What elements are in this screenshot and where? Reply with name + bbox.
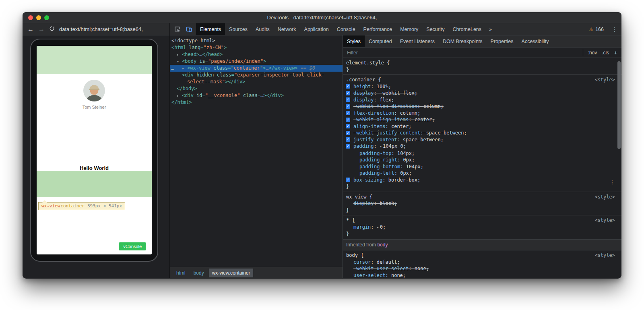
- tab-audits[interactable]: Audits: [252, 23, 274, 35]
- sidebar-tab-computed[interactable]: Computed: [365, 35, 396, 47]
- shorthand-expander-closed-icon[interactable]: ▸: [377, 225, 379, 229]
- property-checkbox[interactable]: ✓: [346, 97, 350, 102]
- zoom-button[interactable]: [44, 15, 49, 20]
- kebab-menu-icon[interactable]: ⋮: [608, 23, 621, 35]
- tab-network[interactable]: Network: [274, 23, 300, 35]
- tab-chromelens[interactable]: ChromeLens: [448, 23, 485, 35]
- forward-icon[interactable]: →: [38, 26, 45, 33]
- property-checkbox[interactable]: ✓: [346, 111, 350, 115]
- property-checkbox[interactable]: ✓: [346, 144, 350, 149]
- warning-badge[interactable]: ⚠ 166: [585, 23, 608, 35]
- css-property[interactable]: margin: ▸0;: [343, 224, 621, 231]
- dom-tree-row[interactable]: <html lang="zh-CN">: [170, 44, 343, 51]
- tab-application[interactable]: Application: [300, 23, 333, 35]
- css-property[interactable]: padding-bottom: 104px;: [343, 163, 621, 170]
- property-checkbox[interactable]: ✓: [346, 124, 350, 128]
- sidebar-tab-event-listeners[interactable]: Event Listeners: [396, 35, 439, 47]
- tab-elements[interactable]: Elements: [196, 23, 225, 35]
- address-bar[interactable]: data:text/html;charset=utf-8;base64,: [59, 26, 165, 32]
- breadcrumb-wx-view-container[interactable]: wx-view.container: [209, 269, 254, 277]
- more-tabs-chevron[interactable]: »: [485, 23, 495, 35]
- dom-tree-row[interactable]: </html>: [170, 99, 343, 106]
- reload-icon[interactable]: [49, 26, 55, 33]
- css-property[interactable]: display: block;: [343, 200, 621, 207]
- property-checkbox[interactable]: ✓: [346, 131, 350, 135]
- css-property[interactable]: ✓padding: ▾104px 0;: [343, 143, 621, 150]
- tab-memory[interactable]: Memory: [396, 23, 422, 35]
- vconsole-button[interactable]: vConsole: [119, 242, 146, 250]
- dom-tree-row[interactable]: select--mask"></div>: [170, 79, 343, 85]
- property-checkbox[interactable]: ✓: [346, 118, 350, 122]
- sidebar-tab-accessibility[interactable]: Accessibility: [518, 35, 553, 47]
- rule-origin-link[interactable]: <style>: [594, 76, 615, 83]
- new-style-rule-button[interactable]: +: [614, 49, 617, 56]
- rule-selector[interactable]: wx-view {<style>: [343, 194, 621, 200]
- css-property[interactable]: ✓align-items: center;: [343, 123, 621, 130]
- shorthand-expander-open-icon[interactable]: ▾: [380, 144, 382, 149]
- inspect-icon[interactable]: [172, 24, 182, 35]
- expander-closed-icon[interactable]: ▸: [177, 51, 182, 58]
- row-actions-ellipsis[interactable]: …: [171, 65, 174, 72]
- css-property[interactable]: ✓box-sizing: border-box;: [343, 177, 621, 184]
- property-checkbox[interactable]: ✓: [346, 91, 350, 95]
- property-checkbox[interactable]: ✓: [346, 137, 350, 142]
- close-button[interactable]: [28, 15, 33, 20]
- inherited-body-link[interactable]: body: [377, 242, 388, 248]
- dom-tree-row[interactable]: ▸<head>…</head>: [170, 51, 343, 58]
- device-toolbar-icon[interactable]: [184, 24, 194, 35]
- css-property[interactable]: -webkit-user-select: none;: [343, 265, 621, 272]
- sidebar-tab-properties[interactable]: Properties: [487, 35, 518, 47]
- css-property[interactable]: ✓-webkit-align-items: center;: [343, 116, 621, 123]
- tab-sources[interactable]: Sources: [225, 23, 252, 35]
- css-property[interactable]: ✓-webkit-flex-direction: column;: [343, 103, 621, 110]
- rule-selector[interactable]: body {<style>: [343, 252, 621, 259]
- css-property[interactable]: cursor: default;: [343, 259, 621, 266]
- element-classes-toggle[interactable]: .cls: [602, 50, 609, 56]
- minimize-button[interactable]: [36, 15, 41, 20]
- rule-origin-link[interactable]: <style>: [594, 194, 615, 200]
- css-property[interactable]: ✓display: -webkit-flex;: [343, 90, 621, 97]
- breadcrumb-body[interactable]: body: [190, 269, 207, 277]
- rule-origin-link[interactable]: <style>: [594, 217, 615, 224]
- greeting-text: Hello World: [37, 165, 152, 171]
- rule-origin-link[interactable]: <style>: [594, 252, 615, 259]
- css-property[interactable]: padding-right: 0px;: [343, 157, 621, 163]
- tab-performance[interactable]: Performance: [359, 23, 396, 35]
- dom-tree-row[interactable]: <div hidden class="exparser-inspector-to…: [170, 72, 343, 79]
- css-property[interactable]: padding-top: 104px;: [343, 150, 621, 157]
- breadcrumb: htmlbodywx-view.container: [170, 267, 343, 278]
- css-property[interactable]: ✓justify-content: space-between;: [343, 136, 621, 143]
- sidebar-tab-styles[interactable]: Styles: [343, 35, 365, 47]
- sidebar-tab-dom-breakpoints[interactable]: DOM Breakpoints: [439, 35, 487, 47]
- breadcrumb-html[interactable]: html: [173, 269, 189, 277]
- styles-kebab-menu-icon[interactable]: ⋮: [609, 179, 615, 185]
- rule-selector[interactable]: element.style {: [343, 60, 621, 66]
- dom-tree-row[interactable]: ▸<div id="__vconsole" class=…></div>: [170, 92, 343, 99]
- css-property[interactable]: padding-left: 0px;: [343, 170, 621, 177]
- pseudo-state-toggle[interactable]: :hov: [588, 50, 597, 56]
- dom-tree-row[interactable]: ▾<body is="pages/index/index">: [170, 58, 343, 65]
- rule-selector[interactable]: * {<style>: [343, 217, 621, 224]
- dom-tree-row-selected[interactable]: …▸<wx-view class="container">…</wx-view>…: [170, 65, 343, 72]
- rule-selector[interactable]: .container {<style>: [343, 76, 621, 83]
- expander-closed-icon[interactable]: ▸: [177, 92, 182, 99]
- styles-filter-input[interactable]: Filter: [347, 50, 583, 56]
- styles-scrollbar[interactable]: [617, 61, 621, 149]
- property-checkbox[interactable]: ✓: [346, 84, 350, 89]
- css-property[interactable]: ✓display: flex;: [343, 97, 621, 103]
- dom-tree-row[interactable]: <!doctype html>: [170, 37, 343, 44]
- css-property[interactable]: ✓flex-direction: column;: [343, 110, 621, 117]
- dom-tree-row[interactable]: </body>: [170, 85, 343, 92]
- css-property[interactable]: user-select: none;: [343, 272, 621, 279]
- css-rule: wx-view {<style>display: block;}: [343, 192, 621, 216]
- css-property[interactable]: ✓-webkit-justify-content: space-between;: [343, 130, 621, 136]
- css-property[interactable]: ✓height: 100%;: [343, 83, 621, 90]
- tab-console[interactable]: Console: [333, 23, 359, 35]
- css-rule: .container {<style>✓height: 100%;✓displa…: [343, 75, 621, 192]
- tab-security[interactable]: Security: [422, 23, 448, 35]
- back-icon[interactable]: ←: [27, 26, 34, 33]
- property-checkbox[interactable]: ✓: [346, 104, 350, 109]
- expander-open-icon[interactable]: ▾: [177, 58, 182, 65]
- expander-closed-icon[interactable]: ▸: [182, 65, 187, 72]
- property-checkbox[interactable]: ✓: [346, 178, 350, 182]
